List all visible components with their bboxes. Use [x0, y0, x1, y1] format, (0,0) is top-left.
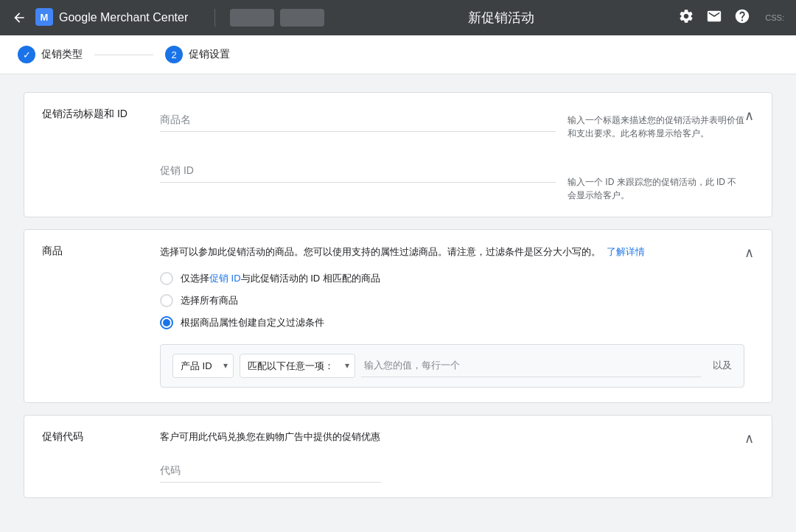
goods-description: 选择可以参加此促销活动的商品。您可以使用支持的属性过滤商品。请注意，过滤条件是区…: [160, 245, 744, 260]
promo-code-input[interactable]: [160, 458, 381, 483]
promo-code-description: 客户可用此代码兑换您在购物广告中提供的促销优惠: [160, 430, 744, 444]
product-id-select[interactable]: 产品 ID: [172, 354, 234, 378]
radio-option-1[interactable]: 仅选择促销 ID与此促销活动的 ID 相匹配的商品: [160, 272, 744, 285]
product-name-group: [160, 108, 556, 132]
match-select[interactable]: 匹配以下任意一项：: [240, 354, 355, 378]
account-pill-2: [280, 9, 324, 27]
step-connector: [94, 55, 153, 55]
settings-icon[interactable]: [678, 8, 694, 28]
promo-id-input[interactable]: [160, 158, 556, 183]
promo-code-label: 促销代码: [42, 430, 160, 444]
collapse-button-promo[interactable]: ∧: [744, 430, 754, 447]
collapse-button-title[interactable]: ∧: [744, 108, 754, 124]
account-pill-1: [230, 9, 274, 27]
step-1-label: 促销类型: [41, 48, 83, 61]
promotion-title-section: 促销活动标题和 ID 输入一个标题来描述您的促销活动并表明价值和支出要求。此名称…: [24, 92, 772, 217]
step-1: 促销类型: [18, 46, 83, 63]
goods-label: 商品: [42, 245, 160, 258]
title-fields: 输入一个标题来描述您的促销活动并表明价值和支出要求。此名称将显示给客户。 输入一…: [160, 108, 744, 202]
step-2-circle: 2: [165, 46, 183, 63]
hint-2: 输入一个 ID 来跟踪您的促销活动，此 ID 不会显示给客户。: [568, 175, 744, 202]
radio-circle-2: [160, 294, 173, 307]
help-icon[interactable]: [734, 8, 750, 28]
filter-and-label: 以及: [713, 359, 732, 372]
title-hints: 输入一个标题来描述您的促销活动并表明价值和支出要求。此名称将显示给客户。 输入一…: [568, 108, 744, 202]
promotion-title-label: 促销活动标题和 ID: [42, 108, 160, 121]
promo-code-header: 促销代码 客户可用此代码兑换您在购物广告中提供的促销优惠 ∧: [24, 416, 772, 497]
promo-code-section: 促销代码 客户可用此代码兑换您在购物广告中提供的促销优惠 ∧: [24, 415, 772, 498]
promo-code-content: 客户可用此代码兑换您在购物广告中提供的促销优惠: [160, 430, 744, 483]
main-content: 促销活动标题和 ID 输入一个标题来描述您的促销活动并表明价值和支出要求。此名称…: [0, 74, 796, 528]
radio-option-2[interactable]: 选择所有商品: [160, 294, 744, 307]
nav-divider: [214, 9, 215, 27]
product-id-select-wrapper: 产品 ID: [172, 354, 234, 378]
svg-text:M: M: [41, 12, 49, 23]
filter-row: 产品 ID 匹配以下任意一项： 以及: [160, 344, 744, 388]
stepper: 促销类型 2 促销设置: [0, 35, 796, 74]
google-logo-icon: M: [35, 8, 53, 28]
goods-section: 商品 选择可以参加此促销活动的商品。您可以使用支持的属性过滤商品。请注意，过滤条…: [24, 229, 772, 403]
radio-label-2: 选择所有商品: [181, 294, 238, 307]
account-pills: [230, 9, 324, 27]
radio-circle-1: [160, 272, 173, 285]
top-navigation: M Google Merchant Center 新促销活动 CSS:: [0, 0, 796, 35]
match-select-wrapper: 匹配以下任意一项：: [240, 354, 355, 378]
goods-radio-group: 仅选择促销 ID与此促销活动的 ID 相匹配的商品 选择所有商品 根据商品属性创…: [160, 272, 744, 329]
collapse-button-goods[interactable]: ∧: [744, 245, 754, 261]
goods-desc-text: 选择可以参加此促销活动的商品。您可以使用支持的属性过滤商品。请注意，过滤条件是区…: [160, 246, 601, 257]
promotion-title-header: 促销活动标题和 ID 输入一个标题来描述您的促销活动并表明价值和支出要求。此名称…: [24, 93, 772, 217]
css-label: CSS:: [765, 13, 784, 22]
filter-value-input[interactable]: [361, 354, 701, 377]
title-fields-main: [160, 108, 556, 197]
goods-content: 选择可以参加此促销活动的商品。您可以使用支持的属性过滤商品。请注意，过滤条件是区…: [160, 245, 744, 388]
mail-icon[interactable]: [706, 8, 722, 28]
radio-option-3[interactable]: 根据商品属性创建自定义过滤条件: [160, 316, 744, 329]
back-button[interactable]: [12, 10, 27, 25]
promo-id-group: [160, 158, 556, 183]
hint-1: 输入一个标题来描述您的促销活动并表明价值和支出要求。此名称将显示给客户。: [568, 113, 744, 140]
goods-header: 商品 选择可以参加此促销活动的商品。您可以使用支持的属性过滤商品。请注意，过滤条…: [24, 230, 772, 402]
nav-icons: CSS:: [678, 8, 784, 28]
radio-label-1: 仅选择促销 ID与此促销活动的 ID 相匹配的商品: [181, 272, 380, 285]
page-title: 新促销活动: [330, 9, 672, 27]
radio-label-3: 根据商品属性创建自定义过滤条件: [181, 316, 324, 329]
step-1-circle: [18, 46, 35, 63]
step-2: 2 促销设置: [165, 46, 230, 63]
radio-circle-3: [160, 316, 173, 329]
product-name-input[interactable]: [160, 108, 556, 132]
app-name: Google Merchant Center: [59, 11, 188, 24]
step-2-label: 促销设置: [189, 48, 230, 61]
goods-learn-more-link[interactable]: 了解详情: [607, 246, 645, 257]
